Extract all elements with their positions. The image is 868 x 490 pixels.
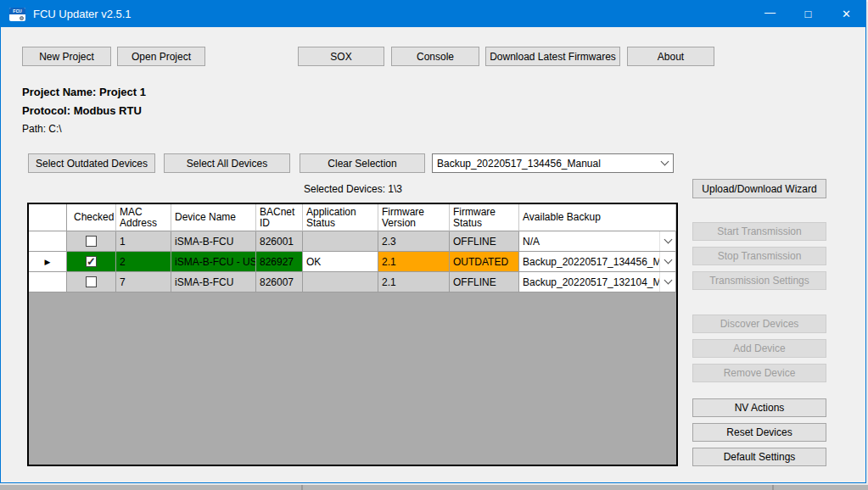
maximize-icon: □: [805, 8, 812, 20]
new-project-button[interactable]: New Project: [22, 47, 111, 66]
download-latest-firmwares-button[interactable]: Download Latest Firmwares: [485, 47, 620, 66]
upload-download-wizard-button[interactable]: Upload/Download Wizard: [692, 179, 826, 198]
nv-actions-button[interactable]: NV Actions: [692, 398, 826, 417]
firmware-version-cell: 2.1: [378, 252, 450, 272]
column-header-application-status[interactable]: Application Status: [303, 204, 378, 231]
screen: FCU FCU Updater v2.5.1 — □ ✕ New Project…: [0, 0, 868, 490]
default-settings-button[interactable]: Default Settings: [692, 448, 826, 466]
app-window: FCU FCU Updater v2.5.1 — □ ✕ New Project…: [0, 0, 866, 483]
checked-cell[interactable]: [67, 231, 116, 252]
taskbar-divider: [772, 485, 774, 490]
sox-button[interactable]: SOX: [298, 47, 384, 66]
available-backup-cell: Backup_20220517_134456_Manu: [519, 252, 676, 272]
table-row[interactable]: 1 iSMA-B-FCU 826001 2.3 OFFLINE N/A: [29, 231, 676, 252]
device-name-cell: iSMA-B-FCU: [171, 272, 256, 292]
clear-selection-button[interactable]: Clear Selection: [300, 153, 425, 173]
backup-cell-dropdown[interactable]: Backup_20220517_132104_Ma...: [519, 272, 675, 292]
app-icon: FCU: [9, 8, 25, 21]
column-header-device-name[interactable]: Device Name: [171, 204, 256, 231]
chevron-down-icon: [659, 272, 675, 292]
application-status-cell: [303, 272, 378, 292]
row-checkbox[interactable]: [86, 236, 97, 247]
select-outdated-devices-button[interactable]: Select Outdated Devices: [28, 153, 155, 173]
firmware-version-cell: 2.3: [378, 231, 450, 252]
backup-cell-dropdown[interactable]: N/A: [519, 231, 675, 251]
maximize-button[interactable]: □: [789, 1, 827, 27]
firmware-status-cell: OFFLINE: [450, 231, 519, 252]
device-name-cell: iSMA-B-FCU - USB: [171, 252, 256, 272]
project-name-text: Project Name: Project 1: [22, 86, 146, 98]
client-area: New Project Open Project SOX Console Dow…: [1, 27, 865, 482]
minimize-button[interactable]: —: [751, 1, 789, 27]
row-select-indicator[interactable]: [29, 231, 67, 252]
bacnet-id-cell: 826007: [256, 272, 303, 292]
table-row[interactable]: 7 iSMA-B-FCU 826007 2.1 OFFLINE Backup_2…: [29, 272, 676, 292]
column-header-bacnet-id[interactable]: BACnet ID: [256, 204, 303, 231]
path-text: Path: C:\: [22, 123, 62, 135]
device-table: Checked MAC Address Device Name BACnet I…: [27, 203, 678, 466]
mac-address-cell: 2: [116, 252, 171, 272]
firmware-status-cell: OUTDATED: [450, 252, 519, 272]
mac-address-cell: 1: [116, 231, 171, 252]
row-checkbox[interactable]: [86, 276, 97, 287]
stop-transmission-button: Stop Transmission: [692, 247, 826, 265]
firmware-status-cell: OFFLINE: [450, 272, 519, 292]
chevron-down-icon: [659, 231, 675, 251]
about-button[interactable]: About: [627, 47, 714, 66]
open-project-button[interactable]: Open Project: [117, 47, 205, 66]
console-button[interactable]: Console: [391, 47, 479, 66]
table-empty-area: [29, 292, 676, 465]
reset-devices-button[interactable]: Reset Devices: [692, 423, 826, 442]
table-row[interactable]: 2 iSMA-B-FCU - USB 826927 OK 2.1 OUTDATE…: [29, 252, 676, 272]
row-select-indicator[interactable]: [29, 272, 67, 292]
backup-cell-dropdown[interactable]: Backup_20220517_134456_Manu: [519, 252, 675, 271]
available-backup-cell: Backup_20220517_132104_Ma...: [519, 272, 676, 292]
checked-cell[interactable]: [67, 272, 116, 292]
column-header-indicator: [29, 204, 67, 231]
transmission-settings-button: Transmission Settings: [692, 271, 826, 290]
column-header-mac-address[interactable]: MAC Address: [116, 204, 171, 231]
bacnet-id-cell: 826927: [256, 252, 303, 272]
firmware-version-cell: 2.1: [378, 272, 450, 292]
column-header-checked[interactable]: Checked: [67, 204, 116, 231]
select-all-devices-button[interactable]: Select All Devices: [164, 153, 290, 173]
window-title: FCU Updater v2.5.1: [33, 8, 132, 20]
discover-devices-button: Discover Devices: [692, 315, 826, 333]
titlebar: FCU FCU Updater v2.5.1 — □ ✕: [1, 1, 865, 27]
protocol-text: Protocol: Modbus RTU: [22, 104, 142, 117]
mac-address-cell: 7: [116, 272, 171, 292]
taskbar-strip: [0, 485, 868, 490]
selected-devices-label: Selected Devices: 1\3: [255, 183, 451, 195]
column-header-firmware-status[interactable]: Firmware Status: [450, 204, 519, 231]
app-icon-label: FCU: [9, 8, 25, 14]
add-device-button: Add Device: [692, 339, 826, 358]
window-controls: — □ ✕: [751, 1, 865, 27]
column-header-available-backup[interactable]: Available Backup: [519, 204, 676, 231]
application-status-cell: OK: [303, 252, 378, 272]
column-header-firmware-version[interactable]: Firmware Version: [378, 204, 450, 231]
chevron-down-icon: [659, 252, 675, 271]
checked-cell[interactable]: [67, 252, 116, 272]
device-name-cell: iSMA-B-FCU: [171, 231, 256, 252]
available-backup-cell: N/A: [519, 231, 676, 252]
remove-device-button: Remove Device: [692, 364, 826, 382]
table-header-row: Checked MAC Address Device Name BACnet I…: [29, 204, 676, 231]
close-icon: ✕: [842, 8, 851, 20]
minimize-icon: —: [764, 6, 776, 19]
taskbar-divider: [301, 485, 303, 490]
backup-combobox[interactable]: Backup_20220517_134456_Manual: [432, 153, 674, 173]
close-button[interactable]: ✕: [827, 1, 865, 27]
app-icon-gear: [20, 16, 24, 20]
chevron-down-icon: [656, 154, 673, 172]
row-checkbox[interactable]: [86, 256, 97, 267]
bacnet-id-cell: 826001: [256, 231, 303, 252]
start-transmission-button: Start Transmission: [692, 222, 826, 241]
application-status-cell: [303, 231, 378, 252]
backup-combobox-value: Backup_20220517_134456_Manual: [433, 158, 656, 170]
row-select-indicator[interactable]: [29, 252, 67, 272]
